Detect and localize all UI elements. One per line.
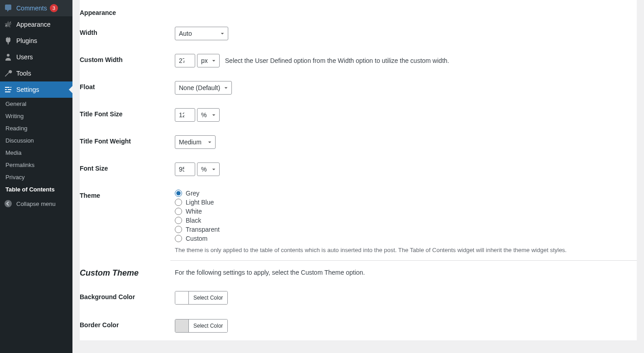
settings-content: Appearance Width Auto Custom Width px Se… [72,0,644,353]
submenu-item-writing[interactable]: Writing [0,110,72,122]
theme-option-white[interactable]: White [175,208,632,215]
sidebar-item-label: Plugins [16,37,37,44]
theme-radio-group: Grey Light Blue White Black Transparent … [175,190,632,242]
theme-radio-custom[interactable] [175,235,182,242]
sidebar-item-comments[interactable]: Comments 3 [0,0,72,16]
sidebar-item-appearance[interactable]: Appearance [0,16,72,33]
submenu-item-reading[interactable]: Reading [0,122,72,134]
svg-point-0 [7,54,10,57]
comments-icon [4,4,13,13]
font-size-unit-select[interactable]: % [197,162,220,176]
float-label: Float [80,74,170,101]
submenu-item-media[interactable]: Media [0,147,72,159]
custom-width-input[interactable] [175,54,195,67]
submenu-item-privacy[interactable]: Privacy [0,171,72,183]
title-font-weight-select[interactable]: Medium [175,135,216,149]
sidebar-item-label: Appearance [16,21,51,28]
submenu-item-general[interactable]: General [0,98,72,110]
users-icon [4,52,13,62]
bg-color-picker[interactable]: Select Color [175,291,228,305]
collapse-icon [4,199,13,208]
border-color-button[interactable]: Select Color [189,320,227,332]
title-font-size-input[interactable] [175,108,195,122]
svg-rect-4 [8,89,11,90]
border-color-picker[interactable]: Select Color [175,319,228,333]
custom-theme-desc: For the following settings to apply, sel… [175,269,365,276]
section-appearance: Appearance [80,0,637,20]
bg-color-button[interactable]: Select Color [189,291,227,304]
sidebar-item-users[interactable]: Users [0,49,72,65]
svg-rect-3 [5,89,7,90]
theme-radio-white[interactable] [175,208,182,215]
submenu-item-discussion[interactable]: Discussion [0,134,72,147]
theme-option-transparent[interactable]: Transparent [175,226,632,233]
svg-rect-5 [5,91,10,92]
custom-width-unit-select[interactable]: px [197,54,220,67]
title-font-size-label: Title Font Size [80,101,170,129]
submenu-item-toc[interactable]: Table of Contents [0,183,72,196]
border-color-label: Border Color [80,312,170,340]
float-select[interactable]: None (Default) [175,81,232,95]
theme-radio-grey[interactable] [175,190,182,197]
svg-rect-2 [10,87,11,88]
svg-rect-1 [5,87,10,88]
theme-radio-transparent[interactable] [175,226,182,233]
bg-color-label: Background Color [80,284,170,312]
theme-option-grey[interactable]: Grey [175,190,632,197]
theme-radio-black[interactable] [175,217,182,224]
bg-color-swatch [175,291,189,304]
theme-label: Theme [80,183,170,261]
sidebar-item-label: Users [16,53,33,61]
theme-description: The theme is only applied to the table o… [175,247,632,253]
width-label: Width [80,20,170,47]
svg-point-6 [5,200,12,207]
sidebar-item-label: Comments [16,5,47,12]
sidebar-item-settings[interactable]: Settings [0,81,72,98]
font-size-input[interactable] [175,162,195,176]
comments-badge: 3 [50,4,58,12]
submenu-item-permalinks[interactable]: Permalinks [0,159,72,171]
title-font-weight-label: Title Font Weight [80,129,170,156]
custom-width-help: Select the User Defined option from the … [225,57,449,64]
theme-option-black[interactable]: Black [175,217,632,224]
sidebar-item-plugins[interactable]: Plugins [0,33,72,49]
width-select[interactable]: Auto [175,27,228,40]
border-color-swatch [175,320,189,332]
tools-icon [4,69,13,78]
font-size-label: Font Size [80,156,170,183]
custom-width-label: Custom Width [80,47,170,74]
sidebar-item-tools[interactable]: Tools [0,65,72,81]
theme-option-custom[interactable]: Custom [175,235,632,242]
appearance-icon [4,20,13,29]
settings-icon [4,85,13,94]
theme-radio-light-blue[interactable] [175,199,182,206]
admin-sidebar: Comments 3 Appearance Plugins Users Tool… [0,0,72,353]
section-custom-theme: Custom Theme [80,261,170,285]
plugins-icon [4,36,13,45]
title-font-size-unit-select[interactable]: % [197,108,220,122]
collapse-menu-button[interactable]: Collapse menu [0,196,72,212]
theme-option-light-blue[interactable]: Light Blue [175,199,632,206]
collapse-label: Collapse menu [16,200,56,207]
sidebar-item-label: Settings [16,86,39,93]
sidebar-item-label: Tools [16,70,31,77]
